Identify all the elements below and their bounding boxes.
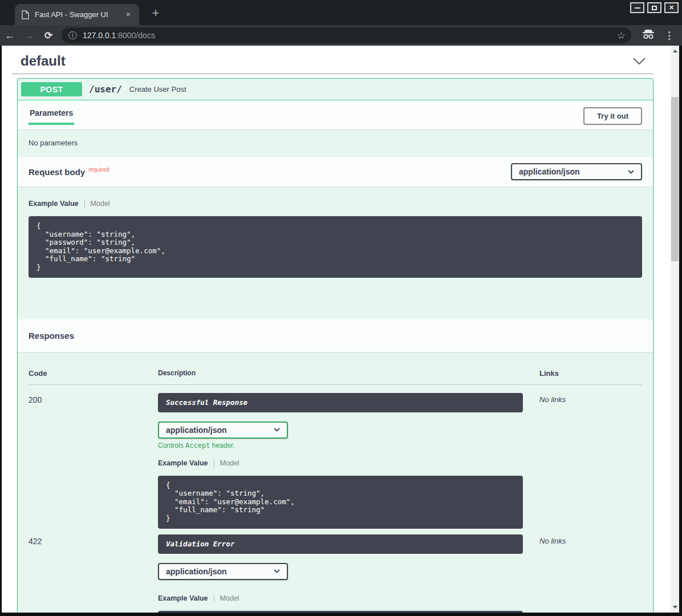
browser-menu-icon[interactable]: ⋮ [664,30,674,42]
response-422-example-code: { "detail": [ { [158,611,523,613]
scrollbar-down-icon[interactable] [671,603,679,611]
maximize-button[interactable] [647,2,661,13]
response-422-media-type-value: application/json [166,567,227,576]
maximize-icon [652,6,657,10]
site-info-icon[interactable]: ⓘ [68,30,77,41]
reload-icon[interactable]: ⟳ [39,30,58,42]
tab-title: Fast API - Swagger UI [35,10,123,19]
responses-column-headers: Code Description Links [29,369,642,385]
scrollbar-up-icon[interactable] [671,47,679,55]
scrollbar-thumb[interactable] [671,97,679,261]
no-parameters-text: No parameters [18,129,653,157]
page-viewport: default POST /user/ Create User Post Par… [2,46,679,613]
url-host: 127.0.0.1 [83,31,116,40]
controls-accept-note: Controls Accept header. [158,441,539,449]
tab-model[interactable]: Model [85,200,110,208]
endpoint-summary: Create User Post [129,85,186,94]
parameters-header: Parameters Try it out [18,100,653,129]
minimize-button[interactable] [630,2,644,13]
request-body-example-area: Example Value Model { "username": "strin… [18,187,653,278]
window-controls: ✕ [630,2,679,13]
select-chevron-icon [274,569,280,573]
browser-tab[interactable]: Fast API - Swagger UI × [15,4,139,25]
select-chevron-icon [274,428,280,432]
tab-example-value[interactable]: Example Value [158,459,214,467]
response-422-media-type-select[interactable]: application/json [158,563,288,580]
request-content-type-value: application/json [519,167,580,176]
response-row-200: 200 Successful Response application/json… [29,385,642,529]
column-links: Links [539,369,642,378]
bookmark-star-icon[interactable]: ☆ [617,30,626,42]
browser-toolbar: ← → ⟳ ⓘ 127.0.0.1:8000/docs ☆ ⋮ [0,25,682,46]
minimize-icon [635,7,640,9]
incognito-icon [642,29,655,42]
responses-header: Responses [18,319,653,352]
column-description: Description [158,369,539,378]
url-text[interactable]: 127.0.0.1:8000/docs [83,31,612,40]
request-content-type-select[interactable]: application/json [511,163,642,180]
method-badge: POST [21,82,82,96]
forward-icon[interactable]: → [19,30,39,42]
page-scrollbar[interactable] [671,46,679,613]
responses-title: Responses [29,331,74,341]
response-code-422: 422 [29,534,158,613]
response-422-description: Validation Error [158,534,523,554]
response-200-description-cell: Successful Response application/json Con… [158,393,539,529]
response-row-422: 422 Validation Error application/json [29,529,642,613]
response-200-example-code: { "username": "string", "email": "user@e… [158,476,523,529]
select-chevron-icon [628,170,634,174]
request-body-title: Request bodyrequired [29,167,109,177]
new-tab-button[interactable]: + [148,6,163,21]
tab-example-value[interactable]: Example Value [29,200,85,208]
tab-example-value[interactable]: Example Value [158,594,214,602]
response-200-links: No links [539,393,642,529]
opblock-post-user: POST /user/ Create User Post Parameters … [17,78,653,613]
opblock-summary[interactable]: POST /user/ Create User Post [18,79,653,100]
url-path: :8000/docs [116,31,155,40]
close-button[interactable]: ✕ [664,2,679,13]
tab-model[interactable]: Model [214,459,239,467]
responses-table: Code Description Links 200 Successful Re… [18,352,653,613]
default-section-header[interactable]: default [12,46,653,72]
column-code: Code [29,369,158,378]
address-bar[interactable]: ⓘ 127.0.0.1:8000/docs ☆ [62,27,631,43]
tab-model[interactable]: Model [214,594,239,602]
tab-parameters[interactable]: Parameters [29,107,74,125]
request-body-header: Request bodyrequired application/json [18,157,653,187]
section-title: default [21,53,66,69]
browser-tabstrip: Fast API - Swagger UI × + [0,0,682,25]
response-422-links: No links [539,534,642,613]
response-200-media-type-select[interactable]: application/json [158,422,288,439]
tab-close-icon[interactable]: × [123,10,133,20]
chevron-down-icon[interactable] [633,58,646,65]
endpoint-path: /user/ [89,84,122,95]
response-200-media-type-value: application/json [166,425,227,435]
close-icon: ✕ [669,4,674,11]
response-code-200: 200 [29,393,158,529]
response-200-description: Successful Response [158,393,523,412]
try-it-out-button[interactable]: Try it out [583,107,642,125]
back-icon[interactable]: ← [0,30,19,42]
page-favicon-icon [22,10,29,19]
required-label: required [88,167,109,173]
section-divider [12,74,653,74]
response-422-description-cell: Validation Error application/json Exampl… [158,534,539,613]
request-body-example-code: { "username": "string", "password": "str… [29,216,642,278]
